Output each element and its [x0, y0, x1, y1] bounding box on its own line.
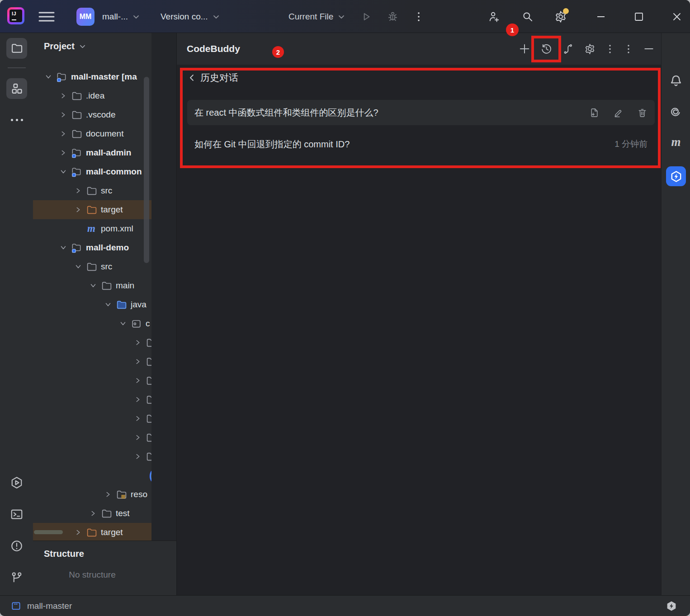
export-chat-button[interactable]	[589, 108, 600, 118]
tool-ai-assistant-button[interactable]	[662, 104, 690, 120]
history-back-header[interactable]: 历史对话	[188, 71, 238, 84]
intellij-logo-icon[interactable]: IJ	[7, 7, 24, 24]
tree-row-reso[interactable]: reso	[33, 485, 151, 504]
chevron-right-icon[interactable]	[104, 490, 113, 498]
chevron-right-icon[interactable]	[133, 376, 142, 385]
chevron-down-icon[interactable]	[104, 301, 113, 309]
structure-panel-title[interactable]: Structure	[33, 541, 176, 566]
new-chat-button[interactable]	[519, 43, 530, 55]
tool-project-button[interactable]	[6, 38, 27, 59]
tree-row-target[interactable]: target	[33, 200, 151, 219]
more-tool-windows-button[interactable]	[6, 119, 27, 121]
tree-row-c[interactable]: c	[33, 314, 151, 333]
tool-services-button[interactable]	[6, 472, 27, 493]
statusbar-codebuddy-widget[interactable]	[666, 600, 677, 612]
chevron-right-icon[interactable]	[89, 509, 98, 517]
tree-row-mall-master-ma[interactable]: mall-master [ma	[33, 67, 151, 86]
chevron-right-icon[interactable]	[133, 452, 142, 461]
tool-problems-button[interactable]	[6, 536, 27, 556]
chevron-right-icon[interactable]	[74, 528, 83, 536]
tree-row-folder[interactable]	[33, 390, 151, 409]
tree-row-folder[interactable]	[33, 333, 151, 352]
tool-codebuddy-button[interactable]	[662, 166, 690, 186]
project-switcher-label[interactable]: mall-...	[102, 12, 128, 22]
tree-row-folder[interactable]	[33, 409, 151, 428]
close-window-button[interactable]	[672, 12, 682, 22]
folder-icon	[145, 337, 151, 348]
tree-row-folder[interactable]	[33, 428, 151, 447]
tree-row-test[interactable]: test	[33, 504, 151, 523]
tree-row-label: target	[101, 205, 123, 215]
search-everywhere-button[interactable]	[521, 10, 534, 23]
tree-row-target[interactable]: target	[33, 523, 151, 541]
chevron-right-icon[interactable]	[59, 92, 68, 100]
chevron-down-icon[interactable]	[89, 282, 98, 290]
statusbar-project-widget[interactable]: mall-master	[11, 601, 72, 611]
code-with-me-button[interactable]	[488, 10, 501, 23]
chevron-right-icon[interactable]	[59, 111, 68, 119]
chevron-right-icon[interactable]	[133, 357, 142, 366]
chevron-right-icon[interactable]	[133, 395, 142, 404]
chevron-right-icon[interactable]	[59, 149, 68, 157]
settings-button[interactable]	[554, 10, 567, 23]
chevron-right-icon[interactable]	[133, 414, 142, 423]
chevron-right-icon[interactable]	[133, 339, 142, 347]
vertical-scrollbar[interactable]	[144, 77, 149, 263]
tree-row-folder[interactable]	[33, 447, 151, 466]
tool-window-options-button[interactable]	[624, 43, 633, 55]
hide-panel-button[interactable]	[643, 43, 655, 55]
tool-maven-button[interactable]: m	[662, 135, 690, 149]
chevron-right-icon[interactable]	[74, 206, 83, 214]
project-panel-title[interactable]: Project	[44, 41, 75, 52]
tree-row-paren[interactable]: (	[33, 466, 151, 485]
tree-row-src[interactable]: src	[33, 257, 151, 276]
tree-row-src[interactable]: src	[33, 181, 151, 200]
chevron-down-icon[interactable]	[44, 73, 53, 81]
tree-row-main[interactable]: main	[33, 276, 151, 295]
run-button[interactable]	[360, 11, 372, 23]
tree-row-folder[interactable]	[33, 371, 151, 390]
edit-chat-button[interactable]	[613, 108, 624, 118]
history-item[interactable]: 如何在 Git 中回退到指定的 commit ID? 1 分钟前	[187, 132, 655, 157]
tree-row-mall-common[interactable]: mall-common	[33, 162, 151, 181]
tree-row-mall-admin[interactable]: mall-admin	[33, 143, 151, 162]
tree-row-document[interactable]: document	[33, 124, 151, 143]
chevron-down-icon[interactable]	[118, 320, 128, 328]
chevron-right-icon[interactable]	[59, 130, 68, 138]
project-avatar[interactable]: MM	[76, 8, 95, 26]
chevron-down-icon[interactable]	[213, 13, 220, 20]
chevron-down-icon[interactable]	[59, 168, 68, 176]
tree-row-.idea[interactable]: .idea	[33, 86, 151, 105]
vcs-widget-label[interactable]: Version co...	[161, 12, 208, 22]
chevron-right-icon[interactable]	[133, 433, 142, 442]
folder-icon	[145, 413, 151, 424]
tool-structure-button[interactable]	[6, 78, 27, 99]
chevron-down-icon[interactable]	[132, 13, 140, 20]
debug-button[interactable]	[387, 10, 399, 23]
tree-row-mall-demo[interactable]: mall-demo	[33, 238, 151, 257]
more-actions-button[interactable]	[414, 11, 423, 23]
tree-row-java[interactable]: java	[33, 295, 151, 314]
main-menu-button[interactable]	[38, 11, 55, 23]
attach-context-button[interactable]	[562, 43, 574, 55]
chevron-right-icon[interactable]	[74, 187, 83, 195]
tool-terminal-button[interactable]	[6, 504, 27, 525]
run-config-label[interactable]: Current File	[288, 12, 333, 22]
minimize-window-button[interactable]	[596, 12, 606, 22]
history-item[interactable]: 在 react 中函数式组件和类组件的区别是什么?	[187, 100, 655, 125]
delete-chat-button[interactable]	[637, 108, 647, 118]
tree-row-pom.xml[interactable]: mpom.xml	[33, 219, 151, 238]
maximize-window-button[interactable]	[634, 12, 644, 22]
chevron-down-icon[interactable]	[79, 43, 86, 50]
chevron-down-icon[interactable]	[74, 263, 83, 271]
chevron-down-icon[interactable]	[338, 13, 345, 20]
history-button[interactable]	[541, 43, 552, 55]
notifications-button[interactable]	[662, 74, 690, 88]
codebuddy-settings-button[interactable]	[584, 43, 595, 55]
horizontal-scrollbar[interactable]	[34, 530, 63, 534]
codebuddy-more-button[interactable]	[606, 43, 614, 55]
tree-row-folder[interactable]	[33, 352, 151, 371]
tool-version-control-button[interactable]	[6, 567, 27, 588]
tree-row-.vscode[interactable]: .vscode	[33, 105, 151, 124]
chevron-down-icon[interactable]	[59, 244, 68, 252]
